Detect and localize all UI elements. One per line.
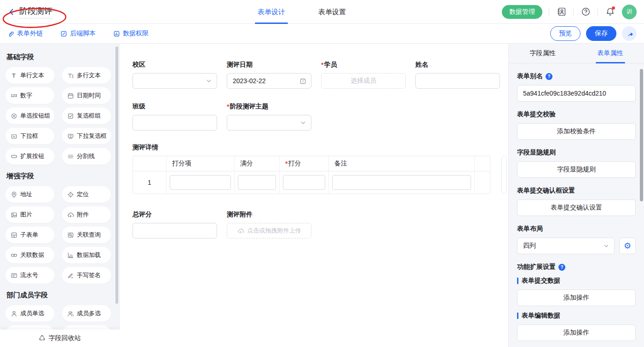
sidebar-item-select[interactable]: 下拉框 — [6, 128, 54, 144]
member-single-icon — [10, 310, 17, 317]
multi-select-icon — [67, 133, 74, 140]
form-title[interactable]: 阶段测评 — [19, 6, 52, 18]
back-button[interactable] — [7, 8, 16, 16]
subform-icon — [10, 232, 17, 239]
save-button[interactable]: 保存 — [586, 26, 616, 41]
add-submit-action-button[interactable]: 添加操作 — [517, 290, 636, 306]
field-class[interactable]: 班级 — [132, 102, 217, 131]
single-line-text-icon: T — [10, 72, 17, 79]
sidebar-item-signature[interactable]: 手写签名 — [62, 267, 111, 284]
help-icon[interactable]: ? — [558, 264, 565, 271]
field-detail-table[interactable]: 测评详情 打分项满分*打分备注1 — [132, 143, 508, 194]
sidebar-item-radio-group[interactable]: 单选按钮组 — [6, 108, 54, 124]
field-name[interactable]: 姓名 — [415, 61, 500, 89]
member-picker[interactable]: 选择成员 — [321, 73, 406, 89]
upload-placeholder: 点击或拖拽附件上传 — [247, 227, 301, 235]
table-row-index: 1 — [133, 171, 167, 193]
sidebar-item-label: 图片 — [20, 210, 32, 219]
field-eval-date[interactable]: 测评日期 2023-02-22 7 — [227, 61, 311, 89]
share-button[interactable] — [622, 26, 637, 41]
campus-select[interactable] — [132, 73, 217, 89]
sidebar-item-member-multi[interactable]: 成员多选 — [62, 305, 111, 322]
layout-settings-button[interactable]: ⚙ — [619, 238, 636, 254]
sidebar-item-label: 成员单选 — [20, 309, 44, 318]
total-score-input[interactable] — [132, 223, 217, 239]
sidebar-item-multi-select[interactable]: 下拉复选框 — [62, 128, 111, 144]
table-cell-input[interactable] — [283, 175, 325, 190]
sidebar-item-address[interactable]: 地址 — [6, 186, 54, 203]
chevron-down-icon — [300, 119, 306, 126]
toolbar-link-label: 表单外链 — [17, 29, 43, 38]
field-total-score[interactable]: 总评分 — [132, 210, 217, 239]
tab-form-design[interactable]: 表单设计 — [258, 0, 285, 24]
score-detail-table: 打分项满分*打分备注1 — [132, 156, 490, 194]
sidebar-item-number[interactable]: 123数字 — [6, 87, 54, 104]
attachment-upload[interactable]: 点击或拖拽附件上传 — [227, 223, 311, 239]
gear-icon: ⚙ — [624, 242, 631, 250]
sidebar-item-single-line-text[interactable]: T单行文本 — [6, 67, 54, 84]
sidebar-item-locate[interactable]: 定位 — [62, 186, 111, 203]
sidebar-item-divider[interactable]: 分割线 — [62, 148, 111, 165]
field-visibility-button[interactable]: 字段显隐规则 — [517, 161, 636, 178]
avatar[interactable]: 训 — [622, 5, 637, 19]
layout-select[interactable]: 四列 — [517, 238, 615, 254]
required-marker: * — [227, 103, 229, 110]
address-icon — [10, 191, 17, 198]
sidebar-item-checkbox-group[interactable]: 复选框组 — [62, 108, 111, 124]
toolbar-link-data-permission[interactable]: 数据权限 — [113, 29, 149, 38]
sidebar-item-label: 下拉复选框 — [77, 132, 107, 140]
field-palette-sidebar: 基础字段T单行文本多行文本123数字日期时间单选按钮组复选框组下拉框下拉复选框扩… — [0, 44, 120, 347]
eval-date-input[interactable]: 2023-02-22 7 — [227, 73, 311, 89]
panel-scrollbar[interactable] — [640, 69, 643, 201]
class-input[interactable] — [132, 115, 217, 131]
divider — [598, 8, 598, 16]
divider — [573, 8, 574, 16]
add-validation-button[interactable]: 添加校验条件 — [517, 123, 636, 140]
sidebar-item-serial-number[interactable]: 流水号 — [6, 267, 54, 284]
sidebar-item-datetime[interactable]: 日期时间 — [62, 87, 111, 104]
contact-book-icon[interactable] — [556, 6, 567, 17]
add-edit-action-button[interactable]: 添加操作 — [517, 324, 636, 341]
divider-icon — [67, 153, 74, 160]
sidebar-item-subform[interactable]: 子表单 — [6, 227, 54, 243]
tab-form-properties[interactable]: 表单属性 — [576, 44, 644, 63]
sidebar-item-label: 下拉框 — [20, 132, 38, 140]
field-attachment[interactable]: 测评附件 点击或拖拽附件上传 — [227, 210, 311, 239]
tab-field-properties[interactable]: 字段属性 — [509, 44, 576, 63]
tab-form-settings[interactable]: 表单设置 — [318, 0, 346, 24]
sidebar-item-related-data[interactable]: 关联数据 — [6, 247, 54, 263]
image-icon — [10, 211, 17, 218]
toolbar-link-script[interactable]: 后端脚本 — [60, 29, 96, 38]
sidebar-item-related-query[interactable]: 关联查询 — [62, 227, 111, 243]
preview-button[interactable]: 预览 — [550, 26, 581, 41]
field-student[interactable]: *学员 选择成员 — [321, 61, 406, 89]
table-column-header: 打分项 — [167, 156, 235, 171]
notification-bell-icon[interactable] — [604, 6, 615, 17]
table-cell-input[interactable] — [238, 175, 276, 190]
data-manage-button[interactable]: 数据管理 — [502, 5, 542, 19]
sidebar-item-image[interactable]: 图片 — [6, 206, 54, 223]
sidebar-item-attachment[interactable]: 附件 — [62, 206, 111, 223]
sidebar-item-multi-line-text[interactable]: 多行文本 — [62, 67, 111, 84]
section-form-alias: 表单别名? 5a941cfe09c183e92d4cd210 — [517, 72, 636, 102]
field-campus[interactable]: 校区 — [132, 61, 217, 89]
extend-button-icon — [10, 153, 17, 160]
checkbox-group-icon — [67, 113, 74, 119]
script-icon — [60, 30, 67, 37]
table-cell-input[interactable] — [170, 175, 231, 190]
help-icon[interactable]: ? — [546, 73, 552, 80]
sidebar-scrollbar[interactable] — [115, 46, 118, 304]
toolbar-link-link[interactable]: 表单外链 — [7, 29, 43, 38]
submit-confirm-button[interactable]: 表单提交确认设置 — [517, 199, 636, 216]
name-input[interactable] — [415, 73, 500, 89]
table-cell-input[interactable] — [332, 175, 471, 190]
form-alias-input[interactable]: 5a941cfe09c183e92d4cd210 — [517, 85, 636, 102]
field-topic[interactable]: *阶段测评主题 — [227, 102, 311, 131]
topic-select[interactable] — [227, 115, 311, 131]
field-recycle-bin[interactable]: ♺ 字段回收站 — [0, 330, 120, 347]
sidebar-item-member-single[interactable]: 成员单选 — [6, 305, 54, 322]
sidebar-item-data-load[interactable]: 数据加载 — [62, 247, 111, 263]
signature-icon — [67, 272, 74, 279]
help-icon[interactable] — [580, 6, 591, 17]
sidebar-item-extend-button[interactable]: 扩展按钮 — [6, 148, 54, 165]
